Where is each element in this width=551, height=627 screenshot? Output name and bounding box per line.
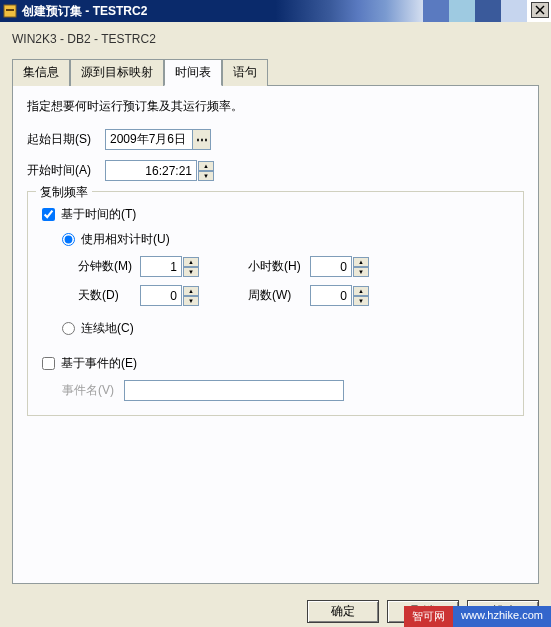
start-date-field[interactable]: ⋯ (105, 129, 211, 150)
event-based-checkbox[interactable] (42, 357, 55, 370)
watermark-site-name: 智可网 (404, 606, 453, 627)
time-based-checkbox[interactable] (42, 208, 55, 221)
hours-spin-up[interactable]: ▲ (353, 257, 369, 267)
use-relative-label: 使用相对计时(U) (81, 231, 170, 248)
start-time-label: 开始时间(A) (27, 162, 105, 179)
svg-rect-1 (6, 9, 14, 11)
hours-label: 小时数(H) (248, 258, 310, 275)
tab-source-target-mapping[interactable]: 源到目标映射 (70, 59, 164, 86)
title-decoration (423, 0, 527, 22)
watermark: 智可网 www.hzhike.com (404, 606, 551, 627)
date-picker-button[interactable]: ⋯ (192, 130, 210, 149)
instruction-text: 指定想要何时运行预订集及其运行频率。 (27, 98, 524, 115)
days-spin-up[interactable]: ▲ (183, 286, 199, 296)
weeks-input[interactable] (310, 285, 352, 306)
start-time-input[interactable] (105, 160, 197, 181)
tab-panel-schedule: 指定想要何时运行预订集及其运行频率。 起始日期(S) ⋯ 开始时间(A) ▲ ▼… (12, 86, 539, 584)
use-relative-radio[interactable] (62, 233, 75, 246)
event-based-label: 基于事件的(E) (61, 355, 137, 372)
hours-spin-down[interactable]: ▼ (353, 267, 369, 277)
tab-strip: 集信息 源到目标映射 时间表 语句 (12, 58, 539, 86)
event-name-input (124, 380, 344, 401)
start-date-input[interactable] (106, 130, 192, 149)
breadcrumb: WIN2K3 - DB2 - TESTRC2 (12, 32, 539, 46)
minutes-input[interactable] (140, 256, 182, 277)
start-date-label: 起始日期(S) (27, 131, 105, 148)
minutes-spin-up[interactable]: ▲ (183, 257, 199, 267)
close-button[interactable] (531, 2, 549, 18)
close-icon (535, 5, 545, 15)
window-title: 创建预订集 - TESTRC2 (22, 3, 147, 20)
watermark-url: www.hzhike.com (453, 606, 551, 627)
replication-frequency-group: 复制频率 基于时间的(T) 使用相对计时(U) 分钟数(M) ▲ ▼ (27, 191, 524, 416)
tab-set-info[interactable]: 集信息 (12, 59, 70, 86)
replication-frequency-legend: 复制频率 (36, 184, 92, 201)
time-based-label: 基于时间的(T) (61, 206, 136, 223)
time-spin-up[interactable]: ▲ (198, 161, 214, 171)
title-bar: 创建预订集 - TESTRC2 (0, 0, 551, 22)
continuous-radio[interactable] (62, 322, 75, 335)
tab-schedule[interactable]: 时间表 (164, 59, 222, 86)
time-spin-down[interactable]: ▼ (198, 171, 214, 181)
days-label: 天数(D) (78, 287, 140, 304)
weeks-label: 周数(W) (248, 287, 310, 304)
minutes-spin-down[interactable]: ▼ (183, 267, 199, 277)
event-name-label: 事件名(V) (62, 382, 124, 399)
minutes-label: 分钟数(M) (78, 258, 140, 275)
tab-statements[interactable]: 语句 (222, 59, 268, 86)
continuous-label: 连续地(C) (81, 320, 134, 337)
weeks-spin-down[interactable]: ▼ (353, 296, 369, 306)
time-spinner: ▲ ▼ (198, 161, 214, 181)
weeks-spin-up[interactable]: ▲ (353, 286, 369, 296)
days-input[interactable] (140, 285, 182, 306)
ok-button[interactable]: 确定 (307, 600, 379, 623)
days-spin-down[interactable]: ▼ (183, 296, 199, 306)
ellipsis-icon: ⋯ (196, 133, 207, 147)
app-icon (2, 3, 18, 19)
hours-input[interactable] (310, 256, 352, 277)
